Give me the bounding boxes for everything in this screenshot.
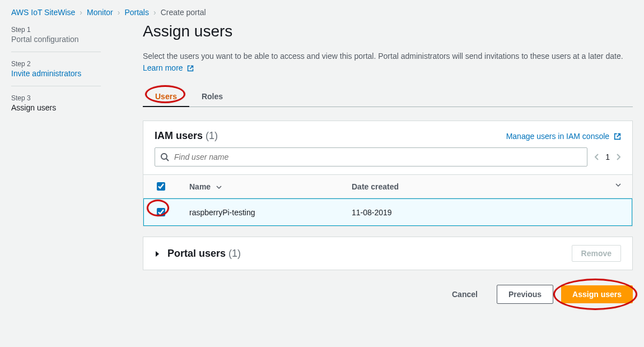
chevron-right-icon: ›	[80, 8, 82, 17]
page-number: 1	[605, 152, 610, 161]
row-checkbox[interactable]	[157, 208, 165, 216]
step-title: Portal configuration	[11, 35, 129, 44]
panel-title[interactable]: Portal users (1)	[155, 248, 241, 260]
column-name[interactable]: Name	[178, 175, 340, 198]
svg-point-0	[161, 154, 167, 159]
manage-users-link[interactable]: Manage users in IAM console	[506, 132, 621, 141]
next-page-icon[interactable]	[615, 153, 621, 161]
table-row[interactable]: raspberryPi-testing 11-08-2019	[143, 198, 632, 226]
iam-users-table: Name Date created	[143, 174, 632, 226]
breadcrumb: AWS IoT SiteWise › Monitor › Portals › C…	[0, 0, 644, 22]
main-content: Assign users Select the users you want t…	[129, 22, 633, 304]
page-intro: Select the users you want to be able to …	[143, 50, 633, 74]
portal-users-panel: Portal users (1) Remove	[143, 237, 633, 270]
panel-count: (1)	[228, 248, 241, 259]
svg-line-1	[166, 159, 169, 161]
learn-more-link[interactable]: Learn more	[143, 63, 194, 72]
divider	[11, 86, 101, 86]
search-input[interactable]	[155, 147, 587, 166]
tabs: Users Roles	[143, 86, 633, 107]
breadcrumb-current: Create portal	[161, 8, 206, 17]
chevron-right-icon: ›	[118, 8, 120, 17]
external-link-icon	[614, 133, 621, 140]
sort-icon	[216, 184, 222, 190]
wizard-steps: Step 1 Portal configuration Step 2 Invit…	[11, 22, 129, 304]
breadcrumb-link-portals[interactable]: Portals	[124, 8, 149, 17]
step-label: Step 2	[11, 60, 129, 68]
panel-count: (1)	[206, 130, 218, 141]
cell-date: 11-08-2019	[340, 198, 632, 226]
cell-name: raspberryPi-testing	[178, 198, 340, 226]
previous-button[interactable]: Previous	[497, 285, 553, 304]
sort-icon	[615, 182, 621, 188]
step-2[interactable]: Step 2 Invite administrators	[11, 60, 129, 78]
search-wrapper	[155, 147, 587, 166]
external-link-icon	[187, 65, 194, 72]
chevron-right-icon: ›	[153, 8, 156, 17]
breadcrumb-link-sitewise[interactable]: AWS IoT SiteWise	[11, 8, 75, 17]
step-label: Step 3	[11, 94, 129, 102]
select-all-checkbox[interactable]	[157, 182, 165, 191]
cancel-button[interactable]: Cancel	[441, 285, 489, 303]
search-icon	[160, 152, 169, 161]
step-title: Invite administrators	[11, 69, 129, 78]
tab-users[interactable]: Users	[143, 86, 189, 107]
page-title: Assign users	[143, 22, 633, 40]
iam-users-panel: IAM users (1) Manage users in IAM consol…	[143, 121, 633, 226]
step-1[interactable]: Step 1 Portal configuration	[11, 26, 129, 44]
assign-users-button[interactable]: Assign users	[561, 285, 633, 303]
select-all-header	[143, 175, 178, 198]
wizard-footer: Cancel Previous Assign users	[143, 280, 633, 304]
column-date[interactable]: Date created	[340, 175, 632, 198]
step-3: Step 3 Assign users	[11, 94, 129, 112]
step-label: Step 1	[11, 26, 129, 34]
step-title: Assign users	[11, 103, 129, 112]
panel-title: IAM users (1)	[155, 130, 218, 142]
breadcrumb-link-monitor[interactable]: Monitor	[87, 8, 113, 17]
pager: 1	[594, 152, 621, 161]
caret-right-icon	[155, 251, 160, 257]
tab-roles[interactable]: Roles	[189, 86, 235, 107]
prev-page-icon[interactable]	[594, 153, 600, 161]
divider	[11, 52, 101, 52]
remove-button[interactable]: Remove	[572, 245, 621, 262]
